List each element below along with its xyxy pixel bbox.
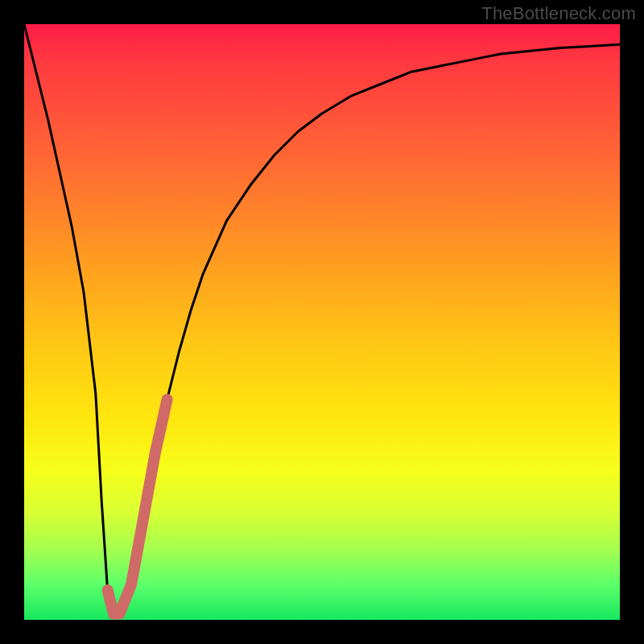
chart-frame: TheBottleneck.com: [0, 0, 644, 644]
plot-area: [24, 24, 620, 620]
watermark-label: TheBottleneck.com: [481, 3, 636, 24]
highlight-segment: [108, 399, 167, 613]
bottleneck-curve-path: [24, 24, 620, 614]
curve-svg: [24, 24, 620, 620]
